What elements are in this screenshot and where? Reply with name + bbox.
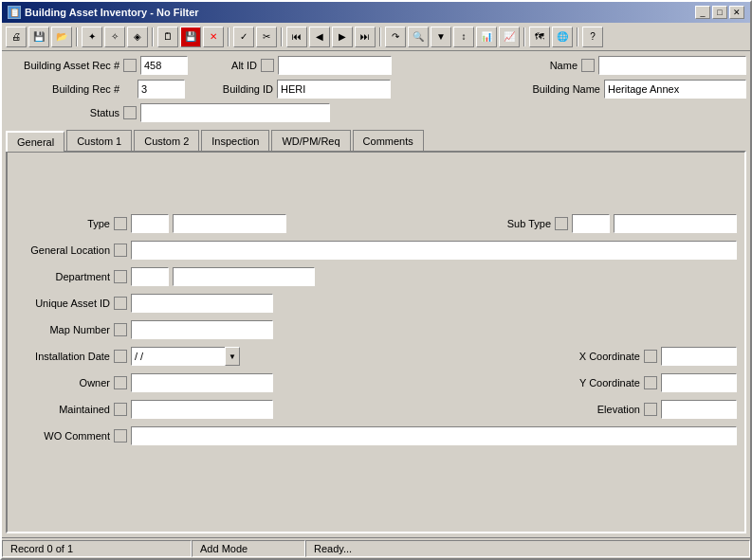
main-window: 📋 Building Asset Inventory - No Filter _…: [0, 0, 752, 560]
header-row-2: Building Rec # Building ID Building Name: [6, 79, 746, 99]
department-row: Department: [15, 266, 737, 287]
type-desc-input[interactable]: [173, 214, 286, 233]
general-location-label: General Location: [15, 244, 110, 256]
owner-input[interactable]: [131, 373, 273, 392]
header-row-1: Building Asset Rec # Alt ID Name: [6, 55, 746, 76]
header-row-3: Status: [6, 102, 746, 123]
next-button[interactable]: ▶: [332, 27, 353, 47]
separator-7: [577, 27, 578, 46]
tab-inspection[interactable]: Inspection: [201, 130, 269, 151]
building-id-label: Building ID: [207, 83, 273, 95]
toolbar-btn-4[interactable]: ✦: [82, 27, 102, 47]
building-name-label: Building Name: [515, 83, 600, 95]
toolbar-btn-6[interactable]: ◈: [127, 27, 148, 47]
print-button[interactable]: 🖨: [6, 27, 27, 47]
building-id-input[interactable]: [277, 80, 391, 99]
alt-id-indicator: [261, 59, 274, 72]
general-location-input[interactable]: [131, 241, 737, 260]
department-indicator: [114, 270, 127, 283]
building-rec-input[interactable]: [138, 80, 185, 99]
disk-button[interactable]: 💾: [180, 27, 201, 47]
tab-general[interactable]: General: [6, 131, 64, 152]
title-bar-left: 📋 Building Asset Inventory - No Filter: [8, 6, 199, 19]
name-input[interactable]: [598, 56, 746, 75]
tab-custom2[interactable]: Custom 2: [134, 130, 199, 151]
installation-date-input[interactable]: [131, 347, 226, 366]
sub-type-label: Sub Type: [485, 218, 551, 229]
prev-button[interactable]: ◀: [309, 27, 330, 47]
general-location-indicator: [114, 244, 127, 257]
installation-date-dropdown-btn[interactable]: ▼: [225, 347, 240, 366]
building-name-input[interactable]: [604, 80, 746, 99]
building-rec-label: Building Rec #: [6, 83, 119, 95]
owner-row: Owner Y Coordinate: [15, 372, 737, 393]
y-coordinate-label: Y Coordinate: [555, 377, 640, 388]
spacer: [15, 160, 737, 208]
building-asset-rec-label: Building Asset Rec #: [6, 60, 119, 71]
first-button[interactable]: ⏮: [286, 27, 307, 47]
filter-button[interactable]: ▼: [431, 27, 451, 47]
sort-button[interactable]: ↕: [453, 27, 474, 47]
installation-date-indicator: [114, 350, 127, 363]
sub-type-code-input[interactable]: [572, 214, 610, 233]
check-button[interactable]: ✓: [233, 27, 254, 47]
title-bar: 📋 Building Asset Inventory - No Filter _…: [2, 2, 750, 23]
separator-2: [152, 27, 154, 46]
tab-wd-pm-req[interactable]: WD/PM/Req: [271, 130, 350, 151]
owner-label: Owner: [15, 377, 110, 388]
installation-date-row: Installation Date ▼ X Coordinate: [15, 346, 737, 367]
last-button[interactable]: ⏭: [355, 27, 376, 47]
type-code-input[interactable]: [131, 214, 169, 233]
cut-button[interactable]: ✂: [256, 27, 277, 47]
report-button[interactable]: 📊: [476, 27, 497, 47]
wo-comment-input[interactable]: [131, 426, 737, 445]
y-coordinate-input[interactable]: [661, 373, 737, 392]
find-button[interactable]: 🔍: [408, 27, 429, 47]
department-code-input[interactable]: [131, 267, 169, 286]
record-status: Record 0 of 1: [2, 540, 192, 557]
elevation-indicator: [644, 403, 657, 416]
unique-asset-id-input[interactable]: [131, 294, 273, 313]
delete-button[interactable]: ✕: [203, 27, 224, 47]
wo-comment-row: WO Comment: [15, 425, 737, 446]
close-button[interactable]: ✕: [729, 6, 744, 19]
separator-1: [76, 27, 78, 46]
maintained-indicator: [114, 403, 127, 416]
map-number-row: Map Number: [15, 319, 737, 340]
maintained-input[interactable]: [131, 400, 273, 419]
sub-type-desc-input[interactable]: [614, 214, 737, 233]
help-button[interactable]: ?: [582, 27, 603, 47]
unique-asset-id-indicator: [114, 297, 127, 310]
elevation-input[interactable]: [661, 400, 737, 419]
alt-id-label: Alt ID: [224, 60, 257, 71]
save-button[interactable]: 💾: [28, 27, 49, 47]
department-desc-input[interactable]: [173, 267, 315, 286]
tab-custom1[interactable]: Custom 1: [66, 130, 132, 151]
maintained-row: Maintained Elevation: [15, 399, 737, 420]
map-number-indicator: [114, 323, 127, 336]
maximize-button[interactable]: □: [712, 6, 727, 19]
building-asset-rec-input[interactable]: [140, 56, 188, 75]
tabs-container: General Custom 1 Custom 2 Inspection WD/…: [6, 126, 746, 533]
x-coordinate-input[interactable]: [661, 347, 737, 366]
minimize-button[interactable]: _: [695, 6, 710, 19]
web-button[interactable]: 🌐: [552, 27, 573, 47]
map-number-input[interactable]: [131, 320, 273, 339]
type-indicator: [114, 217, 127, 230]
record-icon-button[interactable]: 🗒: [157, 27, 178, 47]
installation-date-label: Installation Date: [15, 351, 110, 362]
x-coordinate-indicator: [644, 350, 657, 363]
toolbar-btn-5[interactable]: ✧: [104, 27, 125, 47]
open-button[interactable]: 📂: [51, 27, 72, 47]
graph-button[interactable]: 📈: [499, 27, 520, 47]
map-button[interactable]: 🗺: [529, 27, 550, 47]
alt-id-input[interactable]: [278, 56, 392, 75]
separator-6: [523, 27, 525, 46]
status-input[interactable]: [140, 103, 330, 122]
separator-4: [281, 27, 283, 46]
y-coordinate-indicator: [644, 376, 657, 389]
jump-button[interactable]: ↷: [385, 27, 406, 47]
x-coordinate-label: X Coordinate: [555, 351, 640, 362]
tab-comments[interactable]: Comments: [353, 130, 424, 151]
name-indicator: [581, 59, 595, 72]
